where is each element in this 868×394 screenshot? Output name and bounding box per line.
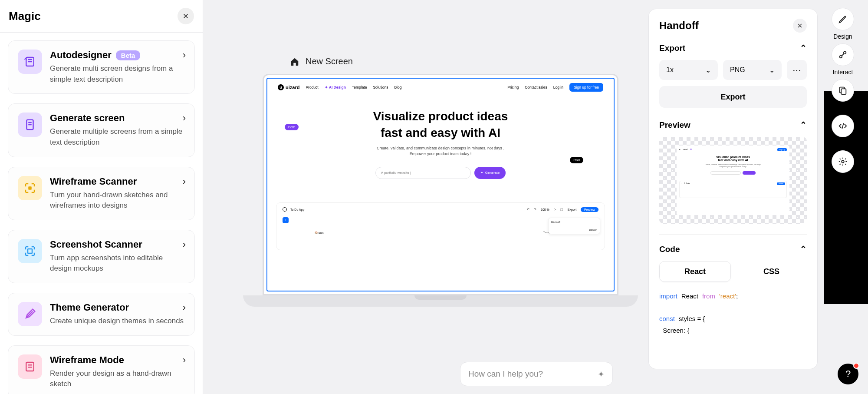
wireframe-scanner-icon	[18, 176, 42, 200]
chevron-right-icon: ›	[183, 176, 186, 187]
export-section-header[interactable]: Export ⌃	[659, 43, 807, 53]
card-title-text: Wireframe Scanner	[50, 176, 137, 187]
autodesigner-icon	[18, 50, 42, 74]
pencil-icon	[838, 14, 848, 24]
svg-rect-6	[28, 186, 32, 190]
mock-nested-app: To Do App ↶↷ 100 % ▷⬚ Export Preview Han…	[276, 202, 605, 250]
card-autodesigner[interactable]: Autodesigner Beta Generate multi screen …	[8, 40, 195, 94]
magic-header: Magic	[0, 0, 203, 33]
right-toolbar: Design Interact Screens Handoff Settings	[824, 8, 862, 182]
card-title-text: Generate screen	[50, 113, 125, 124]
rail-label: Design	[833, 33, 852, 40]
cursor-pill-rod: Rod	[570, 157, 583, 163]
rail-settings-button[interactable]	[832, 150, 854, 173]
close-icon	[182, 13, 189, 20]
wireframe-mode-icon	[18, 354, 42, 379]
sparkle-icon: ✦	[598, 369, 605, 379]
more-icon: ⋯	[792, 65, 801, 75]
svg-point-15	[842, 160, 844, 163]
export-format-select[interactable]: PNG ⌄	[723, 60, 782, 80]
website-mockup: uuizard Product ✦ AI Design Template Sol…	[266, 78, 615, 291]
chevron-right-icon: ›	[183, 50, 186, 61]
mock-sub1: Create, validate, and communicate design…	[293, 146, 588, 152]
magic-left-panel: Magic Autodesigner Beta Generate multi s…	[0, 0, 203, 394]
preview-section-header[interactable]: Preview ⌃	[659, 120, 807, 130]
rail-label: Interact	[833, 69, 853, 76]
notification-dot	[853, 363, 859, 369]
chevron-up-icon: ⌃	[800, 43, 807, 53]
mock-logo: uuizard	[278, 84, 299, 90]
card-desc: Turn your hand-drawn sketches and wirefr…	[50, 190, 185, 211]
mock-sub2: Empower your product team today !	[293, 151, 588, 157]
card-desc: Turn app screenshots into editable desig…	[50, 253, 185, 274]
laptop-base	[243, 295, 638, 307]
rail-interact-button[interactable]	[832, 43, 854, 66]
close-handoff-button[interactable]	[793, 19, 807, 33]
magic-title: Magic	[9, 10, 41, 23]
mock-input: A portfolio website |	[375, 167, 471, 179]
screenshot-scanner-icon	[18, 239, 42, 263]
chevron-right-icon: ›	[183, 354, 186, 366]
card-desc: Generate multi screen designs from a sim…	[50, 63, 185, 85]
breadcrumb[interactable]: New Screen	[290, 56, 353, 66]
chevron-up-icon: ⌃	[800, 120, 807, 130]
card-desc: Render your design as a hand-drawn sketc…	[50, 368, 185, 390]
card-wireframe-mode[interactable]: Wireframe Mode Render your design as a h…	[8, 345, 195, 394]
svg-rect-4	[28, 122, 32, 123]
beta-badge: Beta	[116, 50, 141, 60]
ai-chat-input[interactable]: How can I help you? ✦	[460, 362, 613, 386]
tab-css[interactable]: CSS	[736, 261, 807, 282]
card-desc: Create unique design themes in seconds	[50, 316, 185, 327]
gear-icon	[838, 157, 848, 166]
close-magic-button[interactable]	[178, 8, 194, 24]
code-block[interactable]: import React from 'react'; const styles …	[659, 291, 807, 336]
card-screenshot-scanner[interactable]: Screenshot Scanner Turn app screenshots …	[8, 230, 195, 283]
svg-rect-5	[28, 124, 32, 126]
chevron-up-icon: ⌃	[800, 244, 807, 254]
card-title-text: Theme Generator	[50, 302, 129, 313]
rail-design-button[interactable]	[832, 8, 854, 30]
card-title-text: Autodesigner	[50, 50, 112, 61]
generate-screen-icon	[18, 113, 42, 137]
theme-generator-icon	[18, 302, 42, 326]
code-icon	[838, 121, 848, 131]
help-icon: ?	[845, 368, 851, 380]
mock-hero-line1: Visualize product ideas	[293, 108, 588, 125]
interact-icon	[838, 50, 848, 60]
card-desc: Generate multiple screens from a simple …	[50, 126, 185, 148]
svg-rect-7	[28, 249, 32, 253]
export-scale-select[interactable]: 1x ⌄	[659, 60, 718, 80]
handoff-title: Handoff	[659, 20, 699, 32]
chevron-right-icon: ›	[183, 302, 186, 313]
card-generate-screen[interactable]: Generate screen Generate multiple screen…	[8, 103, 195, 157]
mock-hero-line2: fast and easy with AI	[293, 125, 588, 141]
rail-label: Screens	[832, 104, 854, 111]
card-theme-generator[interactable]: Theme Generator Create unique design the…	[8, 293, 195, 336]
tab-react[interactable]: React	[659, 261, 731, 282]
close-icon	[797, 23, 803, 29]
chevron-down-icon: ⌄	[769, 66, 775, 74]
canvas-screen[interactable]: uuizard Product ✦ AI Design Template Sol…	[243, 74, 638, 307]
export-more-button[interactable]: ⋯	[787, 60, 807, 80]
svg-rect-2	[28, 61, 32, 63]
chevron-right-icon: ›	[183, 239, 186, 250]
code-section-header[interactable]: Code ⌃	[659, 244, 807, 254]
chat-placeholder: How can I help you?	[468, 369, 543, 379]
cursor-pill-beth: Beth	[285, 124, 299, 130]
rail-label: Settings	[832, 175, 854, 182]
chevron-right-icon: ›	[183, 113, 186, 124]
magic-cards-list: Autodesigner Beta Generate multi screen …	[0, 33, 203, 394]
rail-handoff-button[interactable]	[832, 115, 854, 137]
home-icon	[290, 57, 299, 66]
breadcrumb-label: New Screen	[306, 56, 353, 66]
handoff-panel: Handoff Export ⌃ 1x ⌄ PNG ⌄ ⋯ Export Pre…	[648, 9, 818, 369]
card-title-text: Wireframe Mode	[50, 354, 124, 366]
mock-generate-btn: ✦ Generate	[474, 167, 506, 179]
card-title-text: Screenshot Scanner	[50, 239, 142, 250]
svg-rect-1	[28, 59, 32, 60]
rail-screens-button[interactable]	[832, 79, 854, 102]
card-wireframe-scanner[interactable]: Wireframe Scanner Turn your hand-drawn s…	[8, 167, 195, 220]
export-button[interactable]: Export	[659, 86, 807, 108]
help-button[interactable]: ?	[838, 364, 858, 384]
rail-label: Handoff	[832, 140, 854, 147]
